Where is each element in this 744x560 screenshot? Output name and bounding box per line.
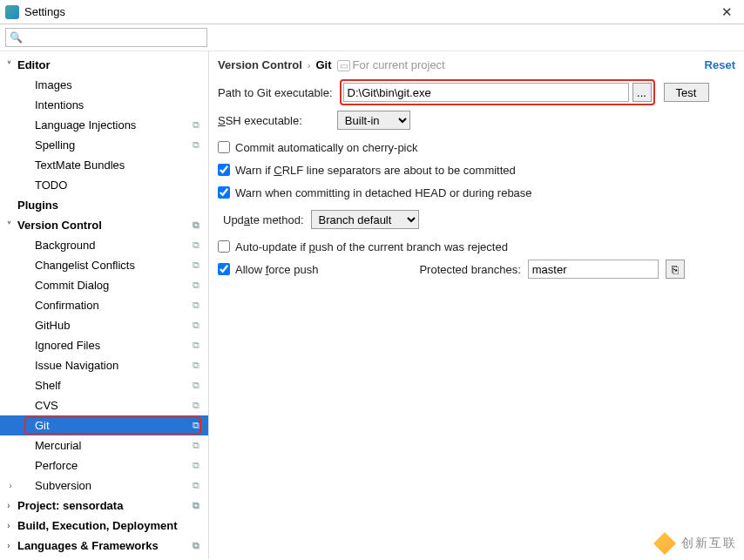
sidebar-item-label: TODO [35, 179, 67, 192]
sidebar-item-editor[interactable]: ˅Editor [0, 55, 208, 75]
scope-icon: ⧉ [193, 540, 200, 551]
sidebar-item-label: Ignored Files [35, 339, 100, 352]
update-select[interactable]: Branch default [311, 210, 419, 229]
sidebar-item-label: Editor [17, 58, 51, 71]
sidebar-item-label: Languages & Frameworks [17, 539, 159, 552]
sidebar-item-label: Commit Dialog [35, 279, 109, 292]
sidebar-item-label: Language Injections [35, 118, 136, 132]
scope-label: ▭For current project [337, 58, 445, 71]
breadcrumb: Version Control › Git ▭For current proje… [218, 58, 735, 71]
scope-icon: ⧉ [193, 420, 200, 431]
scope-icon: ⧉ [193, 260, 200, 271]
chevron-icon[interactable]: › [5, 481, 16, 490]
sidebar-item-confirmation[interactable]: Confirmation⧉ [0, 295, 208, 315]
chk-autoupdate-box[interactable] [218, 240, 230, 253]
sidebar-item-label: TextMate Bundles [35, 159, 125, 172]
sidebar-item-textmate-bundles[interactable]: TextMate Bundles [0, 155, 208, 175]
main-area: ˅EditorImagesIntentionsLanguage Injectio… [0, 51, 744, 559]
chk-crlf-box[interactable] [218, 164, 230, 176]
chk-force[interactable]: Allow force push Protected branches: ⎘ [218, 258, 735, 280]
sidebar-item-label: Git [35, 419, 50, 432]
chevron-icon[interactable]: ˅ [3, 220, 14, 230]
scope-icon: ⧉ [193, 360, 200, 371]
sidebar-item-issue-navigation[interactable]: Issue Navigation⧉ [0, 355, 208, 375]
sidebar-item-perforce[interactable]: Perforce⧉ [0, 455, 208, 476]
search-input[interactable] [26, 31, 203, 44]
watermark: 创新互联 [653, 532, 737, 555]
sidebar-item-plugins[interactable]: Plugins [0, 195, 208, 215]
protected-input[interactable] [528, 260, 659, 279]
scope-icon: ⧉ [193, 240, 200, 251]
chevron-icon[interactable]: › [3, 541, 14, 550]
sidebar-item-spelling[interactable]: Spelling⧉ [0, 135, 208, 155]
git-path-input[interactable] [343, 83, 629, 102]
sidebar[interactable]: ˅EditorImagesIntentionsLanguage Injectio… [0, 51, 209, 559]
search-row: 🔍 [0, 24, 744, 51]
search-icon: 🔍 [10, 31, 23, 44]
protected-expand-icon[interactable]: ⎘ [666, 260, 685, 279]
chevron-icon[interactable]: › [3, 501, 14, 510]
scope-icon: ⧉ [193, 480, 200, 491]
sidebar-item-project-sensordata[interactable]: ›Project: sensordata⧉ [0, 496, 208, 516]
window-title: Settings [24, 5, 714, 18]
path-highlight: ... [340, 79, 655, 105]
sidebar-item-label: Intentions [35, 98, 84, 111]
sidebar-item-git[interactable]: Git⧉ [0, 415, 208, 435]
scope-icon: ⧉ [193, 219, 200, 231]
sidebar-item-commit-dialog[interactable]: Commit Dialog⧉ [0, 275, 208, 295]
path-label: Path to Git executable: [218, 86, 333, 99]
sidebar-item-label: Version Control [17, 219, 102, 232]
search-field-wrap[interactable]: 🔍 [5, 28, 207, 47]
sidebar-item-label: Perforce [35, 459, 78, 472]
sidebar-item-label: Build, Execution, Deployment [17, 519, 177, 532]
sidebar-item-label: Spelling [35, 138, 75, 152]
update-label: Update method: [223, 213, 304, 226]
scope-icon: ⧉ [193, 440, 200, 451]
sidebar-item-label: Background [35, 239, 95, 252]
sidebar-item-changelist-conflicts[interactable]: Changelist Conflicts⧉ [0, 255, 208, 275]
sidebar-item-todo[interactable]: TODO [0, 175, 208, 195]
sidebar-item-mercurial[interactable]: Mercurial⧉ [0, 435, 208, 455]
scope-icon: ⧉ [193, 119, 200, 131]
breadcrumb-parent[interactable]: Version Control [218, 58, 302, 71]
sidebar-item-build-execution-deployment[interactable]: ›Build, Execution, Deployment [0, 516, 208, 536]
scope-icon: ⧉ [193, 400, 200, 411]
sidebar-item-shelf[interactable]: Shelf⧉ [0, 375, 208, 395]
row-update: Update method: Branch default [218, 207, 735, 232]
scope-icon: ⧉ [193, 320, 200, 331]
sidebar-item-background[interactable]: Background⧉ [0, 235, 208, 255]
chevron-icon[interactable]: ˅ [3, 60, 14, 70]
sidebar-item-tools[interactable]: ›Tools [0, 556, 208, 559]
browse-button[interactable]: ... [632, 83, 652, 102]
chk-cherry-box[interactable] [218, 141, 230, 153]
sidebar-item-label: Project: sensordata [17, 499, 123, 512]
chk-autoupdate[interactable]: Auto-update if push of the current branc… [218, 235, 735, 258]
sidebar-item-images[interactable]: Images [0, 75, 208, 95]
sidebar-item-github[interactable]: GitHub⧉ [0, 315, 208, 335]
sidebar-item-label: Mercurial [35, 439, 81, 452]
close-icon[interactable]: ✕ [714, 4, 739, 20]
sidebar-item-label: GitHub [35, 319, 70, 332]
sidebar-item-cvs[interactable]: CVS⧉ [0, 395, 208, 415]
chk-detached-box[interactable] [218, 186, 230, 199]
sidebar-item-version-control[interactable]: ˅Version Control⧉ [0, 215, 208, 235]
chk-crlf[interactable]: Warn if CRLF line separators are about t… [218, 159, 735, 181]
sidebar-item-label: Images [35, 78, 72, 91]
scope-icon: ⧉ [193, 280, 200, 291]
sidebar-item-label: Changelist Conflicts [35, 259, 135, 272]
sidebar-item-intentions[interactable]: Intentions [0, 95, 208, 115]
chk-force-box[interactable] [218, 263, 230, 275]
sidebar-item-ignored-files[interactable]: Ignored Files⧉ [0, 335, 208, 355]
ssh-select[interactable]: Built-in [337, 111, 410, 130]
app-icon [5, 5, 19, 19]
chk-detached[interactable]: Warn when committing in detached HEAD or… [218, 181, 735, 204]
sidebar-item-label: Plugins [17, 199, 58, 212]
chk-cherry[interactable]: Commit automatically on cherry-pick [218, 136, 735, 159]
sidebar-item-languages-frameworks[interactable]: ›Languages & Frameworks⧉ [0, 536, 208, 556]
sidebar-item-subversion[interactable]: ›Subversion⧉ [0, 476, 208, 496]
sidebar-item-label: Subversion [35, 479, 91, 492]
reset-link[interactable]: Reset [705, 58, 735, 71]
sidebar-item-language-injections[interactable]: Language Injections⧉ [0, 115, 208, 135]
chevron-icon[interactable]: › [3, 521, 14, 530]
test-button[interactable]: Test [664, 83, 709, 102]
